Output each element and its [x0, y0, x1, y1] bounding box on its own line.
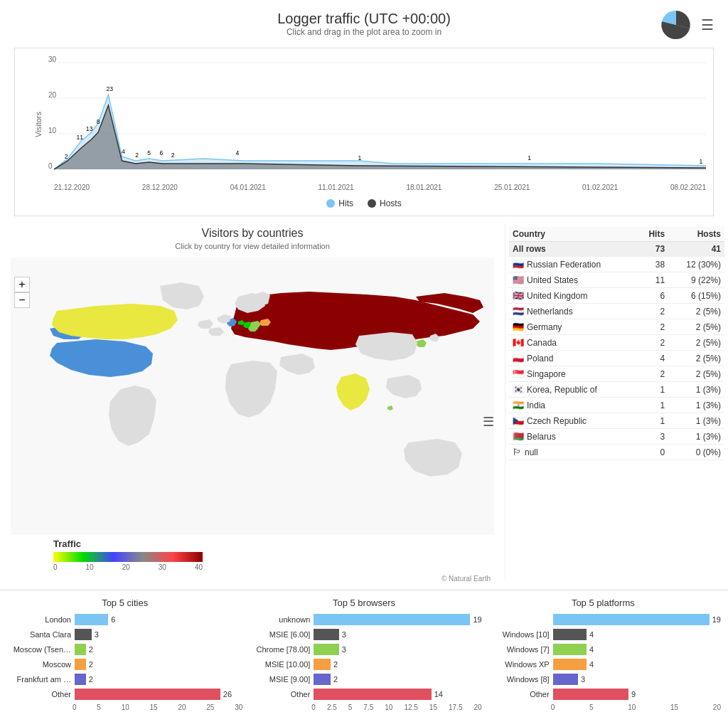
country-cell: 🇵🇱Poland	[509, 351, 637, 366]
bar-value: 3	[95, 630, 99, 639]
cities-title: Top 5 cities	[7, 598, 242, 608]
table-row[interactable]: 🇵🇱Poland42 (5%)	[509, 351, 724, 366]
all-hits: 73	[637, 242, 668, 257]
country-cell: 🇸🇬Singapore	[509, 366, 637, 382]
bar-fill	[75, 674, 86, 685]
bar-row: Other 26	[7, 689, 242, 700]
zoom-in-button[interactable]: +	[14, 277, 30, 292]
hits-cell: 2	[637, 366, 668, 382]
bar-row: Moscow 2	[7, 659, 242, 670]
page-title: Logger traffic (UTC +00:00)	[0, 11, 728, 27]
zoom-out-button[interactable]: −	[14, 292, 30, 308]
bar-label: Moscow (Tsen…	[7, 645, 71, 654]
table-row[interactable]: 🇮🇳India11 (3%)	[509, 398, 724, 413]
country-cell: 🏳null	[509, 445, 637, 460]
svg-text:13: 13	[86, 125, 93, 132]
bar-fill	[553, 689, 628, 700]
bar-container: 2	[75, 674, 242, 685]
bar-value: 26	[223, 690, 232, 699]
table-row[interactable]: 🏳null00 (0%)	[509, 445, 724, 460]
bar-container: 2	[75, 644, 242, 655]
table-row[interactable]: 🇬🇧United Kingdom66 (15%)	[509, 288, 724, 304]
bar-value: 9	[631, 690, 636, 699]
col-hosts: Hosts	[668, 227, 724, 242]
bar-container: 4	[553, 659, 721, 670]
table-row[interactable]: 🇳🇱Netherlands22 (5%)	[509, 304, 724, 319]
all-hosts: 41	[668, 242, 724, 257]
cities-bars: London 6 Santa Clara 3 Moscow (Tsen… 2 M…	[7, 614, 242, 700]
bar-fill	[553, 644, 587, 655]
table-row[interactable]: 🇸🇬Singapore22 (5%)	[509, 366, 724, 382]
svg-text:2: 2	[171, 152, 175, 159]
bar-value: 3	[342, 645, 346, 654]
menu-icon[interactable]: ☰	[701, 16, 714, 33]
bar-row: Moscow (Tsen… 2	[7, 644, 242, 655]
bar-row: unknown 19	[246, 614, 481, 625]
bar-row: MSIE [10.00] 2	[246, 659, 481, 670]
hits-label: Hits	[338, 198, 353, 208]
svg-text:6: 6	[160, 149, 164, 156]
table-row[interactable]: 🇺🇸United States119 (22%)	[509, 272, 724, 288]
bar-row: Windows [7] 4	[486, 644, 721, 655]
browsers-bars: unknown 19 MSIE [6.00] 3 Chrome [78.00] …	[246, 614, 481, 700]
hits-cell: 2	[637, 335, 668, 351]
bar-row: Frankfurt am … 2	[7, 674, 242, 685]
map-menu-icon[interactable]: ☰	[483, 414, 494, 430]
bar-container: 2	[75, 659, 242, 670]
hosts-cell: 1 (3%)	[668, 382, 724, 398]
bar-row: MSIE [9.00] 2	[246, 674, 481, 685]
table-row[interactable]: 🇩🇪Germany22 (5%)	[509, 319, 724, 335]
bar-fill	[553, 659, 587, 670]
svg-text:2: 2	[135, 152, 139, 159]
bar-fill	[75, 614, 108, 625]
bar-label: Other	[246, 690, 310, 699]
country-table-section[interactable]: Country Hits Hosts All rows7341🇷🇺Russian…	[505, 223, 728, 579]
table-row[interactable]: 🇰🇷Korea, Republic of11 (3%)	[509, 382, 724, 398]
bar-row: Windows [10] 4	[486, 629, 721, 640]
col-country: Country	[509, 227, 637, 242]
hosts-cell: 2 (5%)	[668, 319, 724, 335]
pie-chart	[658, 7, 694, 43]
natural-earth-credit: © Natural Earth	[11, 575, 491, 583]
map-legend-gradient	[53, 552, 203, 562]
table-row[interactable]: 🇧🇾Belarus31 (3%)	[509, 429, 724, 445]
bar-row: Windows XP 4	[486, 659, 721, 670]
bar-row: Santa Clara 3	[7, 629, 242, 640]
browsers-chart: Top 5 browsers unknown 19 MSIE [6.00] 3 …	[246, 598, 481, 711]
platforms-x-axis: 05101520	[486, 703, 721, 711]
map-subtitle: Click by country for view detailed infor…	[11, 242, 494, 250]
bar-fill	[553, 629, 587, 640]
header-icons: ☰	[658, 7, 714, 43]
table-row[interactable]: 🇨🇿Czech Republic11 (3%)	[509, 413, 724, 429]
cities-chart: Top 5 cities London 6 Santa Clara 3 Mosc…	[7, 598, 242, 711]
hits-cell: 2	[637, 319, 668, 335]
map-controls[interactable]: + −	[14, 277, 30, 308]
hosts-cell: 12 (30%)	[668, 257, 724, 272]
hosts-legend: Hosts	[368, 198, 402, 208]
hosts-cell: 2 (5%)	[668, 304, 724, 319]
bar-container: 19	[314, 614, 481, 625]
page-header: Logger traffic (UTC +00:00) Click and dr…	[0, 0, 728, 41]
bar-container: 3	[314, 629, 481, 640]
bar-fill	[553, 674, 578, 685]
bar-container: 26	[75, 689, 242, 700]
country-cell: 🇮🇳India	[509, 398, 637, 413]
hits-legend: Hits	[326, 198, 353, 208]
bar-value: 19	[712, 615, 721, 624]
bar-container: 6	[75, 614, 242, 625]
bar-row: Chrome [78.00] 3	[246, 644, 481, 655]
all-rows-row: All rows7341	[509, 242, 724, 257]
bar-label: Frankfurt am …	[7, 675, 71, 684]
table-row[interactable]: 🇷🇺Russian Federation3812 (30%)	[509, 257, 724, 272]
hits-cell: 6	[637, 288, 668, 304]
bar-label: Other	[486, 690, 550, 699]
bar-fill	[314, 674, 331, 685]
svg-text:1: 1	[699, 158, 702, 165]
hits-cell: 1	[637, 382, 668, 398]
bar-container: 14	[314, 689, 481, 700]
svg-text:4: 4	[122, 148, 125, 155]
bar-fill	[75, 644, 86, 655]
svg-text:1: 1	[358, 154, 361, 161]
world-map[interactable]	[11, 257, 494, 535]
table-row[interactable]: 🇨🇦Canada22 (5%)	[509, 335, 724, 351]
